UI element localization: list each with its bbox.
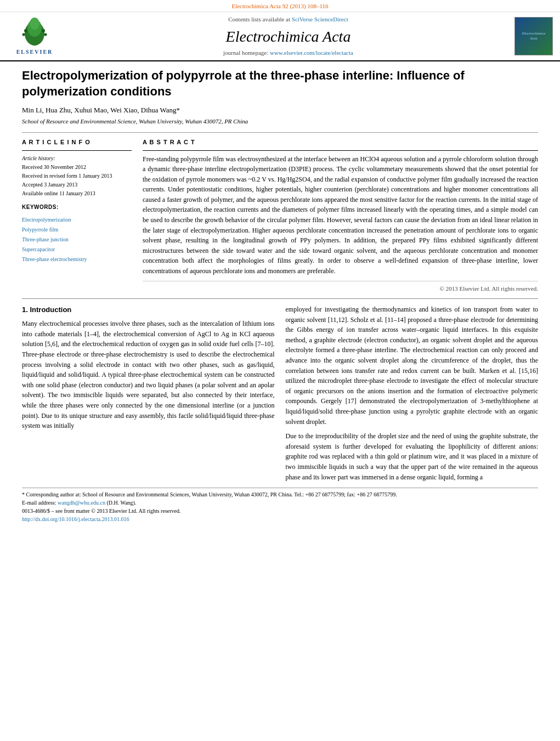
article-info-col: A R T I C L E I N F O Article history: R… <box>22 138 132 293</box>
copyright-line: © 2013 Elsevier Ltd. All rights reserved… <box>143 281 538 293</box>
journal-ref-text: Electrochimica Acta 92 (2013) 108–116 <box>231 3 328 9</box>
article-affiliation: School of Resource and Environmental Sci… <box>22 117 538 126</box>
body-col-right: employed for investigating the thermodyn… <box>286 304 539 482</box>
main-content: Electropolymerization of polypyrrole at … <box>0 61 560 530</box>
article-title: Electropolymerization of polypyrrole at … <box>22 68 538 99</box>
section1-number: 1. <box>22 306 28 314</box>
article-meta-section: A R T I C L E I N F O Article history: R… <box>22 138 538 293</box>
body-paragraph: Due to the irreproducibility of the drop… <box>286 431 539 482</box>
keywords-list: ElectropolymerizationPolypyrrole filmThr… <box>22 214 132 264</box>
abstract-heading: A B S T R A C T <box>143 138 538 146</box>
section1-title: 1. Introduction <box>22 304 275 315</box>
body-two-col: 1. Introduction Many electrochemical pro… <box>22 304 538 482</box>
body-paragraph: employed for investigating the thermodyn… <box>286 304 539 427</box>
revised-date: Received in revised form 1 January 2013 <box>22 172 132 180</box>
elsevier-logo: ELSEVIER <box>16 17 53 56</box>
available-online-date: Available online 11 January 2013 <box>22 189 132 198</box>
article-history: Article history: Received 30 November 20… <box>22 154 132 198</box>
article-authors: Min Li, Hua Zhu, Xuhui Mao, Wei Xiao, Di… <box>22 105 538 115</box>
corresponding-text: * Corresponding author at: School of Res… <box>22 491 397 497</box>
body-col-left: 1. Introduction Many electrochemical pro… <box>22 304 275 482</box>
keyword-item[interactable]: Three-phase electrochemistry <box>22 256 87 262</box>
homepage-line: journal homepage: www.elsevier.com/locat… <box>223 49 353 57</box>
keyword-item[interactable]: Three-phase junction <box>22 236 69 242</box>
email-suffix: (D.H. Wang). <box>105 500 137 506</box>
abstract-divider <box>143 150 538 151</box>
email-link[interactable]: wangdh@whu.edu.cn <box>58 500 105 506</box>
svg-point-6 <box>22 33 25 36</box>
elsevier-text: ELSEVIER <box>16 48 53 56</box>
abstract-text: Free-standing polypyrrole film was elect… <box>143 154 538 276</box>
keywords-section: Keywords: ElectropolymerizationPolypyrro… <box>22 203 132 264</box>
history-label: Article history: <box>22 154 132 163</box>
issn-line: 0013-4686/$ – see front matter © 2013 El… <box>22 507 538 515</box>
journal-reference: Electrochimica Acta 92 (2013) 108–116 <box>0 0 560 12</box>
doi-link[interactable]: http://dx.doi.org/10.1016/j.electacta.20… <box>22 516 129 522</box>
corresponding-author-note: * Corresponding author at: School of Res… <box>22 490 538 499</box>
body-section: 1. Introduction Many electrochemical pro… <box>22 298 538 482</box>
journal-title-area: Contents lists available at SciVerse Sci… <box>69 15 507 57</box>
abstract-col: A B S T R A C T Free-standing polypyrrol… <box>143 138 538 293</box>
info-divider <box>22 150 132 151</box>
received-date: Received 30 November 2012 <box>22 163 132 172</box>
accepted-date: Accepted 3 January 2013 <box>22 180 132 189</box>
journal-cover-image: ElectrochimicaActa <box>514 17 553 55</box>
footnote-area: * Corresponding author at: School of Res… <box>22 488 538 523</box>
svg-point-3 <box>30 18 39 30</box>
keyword-item[interactable]: Supercapacitor <box>22 246 55 252</box>
svg-point-5 <box>42 29 45 32</box>
section1-heading-text: Introduction <box>30 306 71 314</box>
doi-line: http://dx.doi.org/10.1016/j.electacta.20… <box>22 515 538 523</box>
homepage-link[interactable]: www.elsevier.com/locate/electacta <box>270 49 353 56</box>
sciverse-link[interactable]: SciVerse ScienceDirect <box>292 16 348 22</box>
body-right-text: employed for investigating the thermodyn… <box>286 304 539 482</box>
email-line: E-mail address: wangdh@whu.edu.cn (D.H. … <box>22 499 538 507</box>
contents-available-line: Contents lists available at SciVerse Sci… <box>228 15 348 24</box>
journal-header: ELSEVIER Contents lists available at Sci… <box>0 12 560 61</box>
journal-title: Electrochimica Acta <box>226 26 351 47</box>
article-info-heading: A R T I C L E I N F O <box>22 138 132 146</box>
email-label: E-mail address: <box>22 500 58 506</box>
journal-cover-area: ElectrochimicaActa <box>512 15 556 57</box>
publisher-logo-area: ELSEVIER <box>4 15 65 57</box>
elsevier-tree-icon <box>18 17 51 47</box>
authors-text: Min Li, Hua Zhu, Xuhui Mao, Wei Xiao, Di… <box>22 106 180 114</box>
keyword-item[interactable]: Polypyrrole film <box>22 227 58 233</box>
keyword-item[interactable]: Electropolymerization <box>22 217 71 223</box>
svg-point-7 <box>44 33 47 36</box>
body-left-text: Many electrochemical processes involve t… <box>22 319 275 431</box>
header-divider <box>22 132 538 133</box>
svg-point-4 <box>24 29 27 32</box>
keywords-heading: Keywords: <box>22 203 132 211</box>
